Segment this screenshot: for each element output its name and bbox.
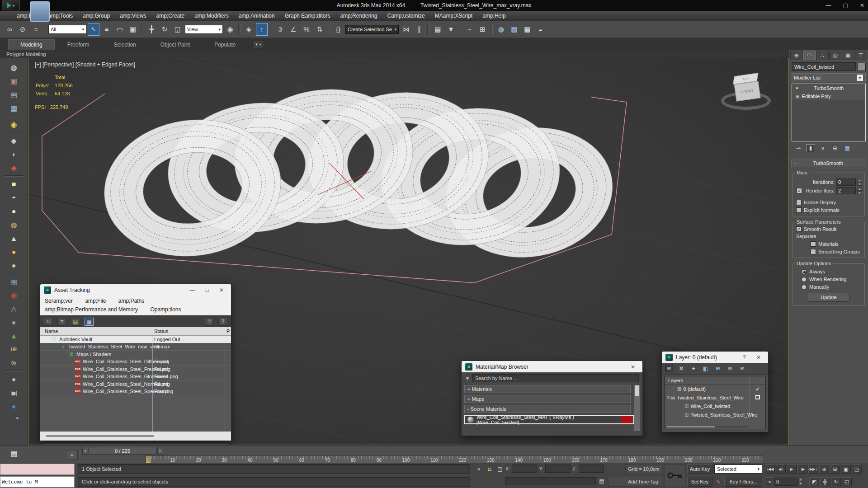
selection-lock-pin-icon[interactable]: ● [475,465,483,473]
render-production-button[interactable]: ◒ [534,23,546,36]
ribbon-minimize-dropdown[interactable]: ▼▾ [252,41,264,48]
time-slider-ruler[interactable]: 0102030405060708090100110120130140150160… [146,455,763,463]
materials-section-bar[interactable]: + Materials [464,385,631,393]
asset-row[interactable]: Wire_Coil_Stainless_Steel_Specular.png F… [40,388,231,396]
layer-row-default[interactable]: ▤ 0 (default) ✓ [665,385,765,393]
select-and-scale-button[interactable]: ◱ [172,23,184,36]
sphere-light-icon[interactable]: ● [5,205,23,217]
update-button[interactable]: Update [808,293,849,302]
maximize-button[interactable]: ▢ [843,2,848,9]
close-button[interactable]: ✕ [860,2,864,9]
render-iters-field[interactable]: 2 [836,187,856,194]
render-window-icon[interactable]: ▣ [5,75,23,87]
asset-row[interactable]: Wire_Coil_Stainless_Steel_Diffuse.png Fo… [40,358,231,366]
grass-fur-icon[interactable]: ▲ [5,330,23,342]
menu-options[interactable]: Opamp;tions [150,306,181,313]
selection-filter-dropdown[interactable]: All [48,25,86,34]
iterations-field[interactable]: 0 [836,178,856,186]
menu-item[interactable]: amp;Create [151,13,190,19]
sun-light-icon[interactable]: ● [5,246,23,258]
layers-column-header[interactable]: Layers [665,376,765,385]
bind-to-spacewarp-icon[interactable]: ≈ [30,23,42,36]
smoothing-groups-checkbox[interactable]: ✓ [811,249,816,254]
object-row-twisted-wire[interactable]: ◫ Twisted_Stainless_Steel_Wire [665,410,765,419]
render-elements-icon[interactable]: ▦ [5,102,23,114]
add-time-tag[interactable]: Add Time Tag [608,477,662,487]
angle-snap-toggle[interactable]: ∠ [288,23,299,36]
vray-proxy-icon[interactable]: ● [5,400,23,413]
toolbar-separator[interactable] [44,23,46,35]
isoline-display-checkbox[interactable]: ✓ [796,200,802,205]
vertical-scrollbar[interactable] [634,385,640,431]
menu-file[interactable]: amp;File [85,298,106,304]
table-view-icon[interactable]: ▦ [85,318,94,326]
search-input[interactable] [472,374,639,382]
maximize-button[interactable]: □ [202,287,212,293]
toolbar-separator[interactable] [5,175,24,177]
play-button[interactable]: ▶ [787,465,797,474]
zoom-extents-icon[interactable]: ▣ [841,465,851,474]
asset-row[interactable]: Autodesk Vault Logged Out ... [40,336,231,343]
key-filters-button[interactable]: Key Filters... [724,477,762,487]
frame-spinner[interactable]: ▲▼ [798,478,803,485]
add-to-layer-icon[interactable]: + [689,365,698,372]
view-cube-front-face[interactable]: FRONT [734,81,761,101]
selection-region-button[interactable]: ▭ [114,23,126,36]
close-button[interactable]: ✕ [753,354,764,361]
time-configuration-icon[interactable]: ◩ [809,477,819,486]
object-picker-icon[interactable]: ▣ [5,387,23,399]
maps-section-bar[interactable]: + Maps [464,395,631,403]
create-new-layer-icon[interactable]: ≋ [665,365,673,372]
always-radio[interactable] [802,269,807,274]
isolate-selection-icon[interactable]: ▤ [5,447,24,460]
toolbar-overflow-arrow[interactable]: ▸ [9,414,27,421]
render-iters-checkbox[interactable]: ✓ [797,188,802,193]
maxscript-listener-macro-line[interactable] [0,464,75,475]
fur-hf-icon[interactable]: HF [5,343,23,356]
web-help-icon[interactable]: ? [205,318,214,326]
camera-sphere-icon[interactable]: ◗ [5,148,23,160]
render-setup-button[interactable]: ▩ [508,23,520,36]
absolute-offset-mode-icon[interactable]: ◳ [496,465,504,473]
asset-row[interactable]: Wire_Coil_Stainless_Steel_Glossiness.png… [40,373,231,381]
expand-icon[interactable]: ⊞ [666,395,670,400]
time-tag-field[interactable] [505,477,596,485]
menu-item[interactable]: amp;Views [115,13,151,19]
curve-editor-button[interactable]: ~ [463,23,475,36]
tab-motion[interactable]: ◎ [829,51,842,60]
toolbar-separator[interactable] [238,23,241,35]
rock-icon[interactable]: ● [5,316,23,328]
refresh-icon[interactable]: ↻ [44,318,53,326]
help-button[interactable]: ? [739,354,750,361]
zoom-icon[interactable]: ⊕ [819,465,829,474]
toolbar-separator[interactable] [328,23,330,35]
frame-counter[interactable]: 0 / 225 [89,447,156,455]
layer-dialog-title-bar[interactable]: » Layer: 0 (default) ? ✕ [662,352,768,363]
orbit-view-icon[interactable]: ↻ [831,477,841,486]
scene-material-entry[interactable]: Wire_Coil_Stainless_Steel_MAT ( VRayMtl … [464,415,634,424]
select-object-button[interactable]: ↖ [88,23,99,36]
open-mini-curve-editor-button[interactable]: ≈ [66,450,78,460]
menu-server[interactable]: Seramp;ver [45,298,73,304]
viewport-label[interactable]: [+] [Perspective] [Shaded + Edged Faces] [35,61,135,68]
zoom-all-icon[interactable]: ⊞ [830,465,840,474]
delete-layer-icon[interactable]: ✕ [677,365,685,372]
y-field[interactable] [545,465,571,473]
layer-manager-button[interactable]: ▤ [432,23,443,36]
scrollbar-thumb[interactable] [46,435,154,437]
remove-modifier-button[interactable]: ⊖ [830,144,840,152]
set-current-checkbox[interactable] [755,395,760,400]
tab-selection[interactable]: Selection [102,40,147,50]
align-button[interactable]: ∥ [413,23,425,36]
stack-item-editable-poly[interactable]: ⊞ Editable Poly [792,92,865,100]
spinner-snap-toggle[interactable]: ⇅ [314,23,326,36]
stack-item-turbosmooth[interactable]: ● TurboSmooth [792,84,865,92]
show-end-result-button[interactable]: ▮ [806,144,815,152]
reference-coordinate-dropdown[interactable]: View [185,25,223,34]
column-name[interactable]: Name [40,328,58,334]
select-by-name-button[interactable]: ≡ [101,23,113,36]
tab-display[interactable]: ▣ [842,51,854,60]
when-rendering-radio[interactable] [802,277,807,282]
toolbar-separator[interactable] [5,371,24,372]
rendered-frame-window-button[interactable]: ▦ [521,23,533,36]
